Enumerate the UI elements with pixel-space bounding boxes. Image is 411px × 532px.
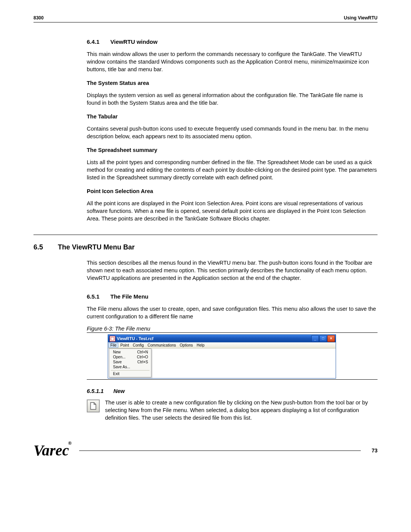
page-header: 8300 Using ViewRTU xyxy=(33,15,378,22)
menu-item-label: New xyxy=(113,350,121,354)
subheading-system-status: The System Status area xyxy=(87,80,378,86)
menu-item-shortcut: Ctrl+S xyxy=(137,360,148,364)
paragraph: All the point icons are displayed in the… xyxy=(87,200,378,222)
subheading-spreadsheet: The Spreadsheet summary xyxy=(87,147,378,153)
heading-6-5: 6.5 The ViewRTU Menu Bar xyxy=(33,243,378,251)
heading-number: 6.4.1 xyxy=(87,38,110,45)
menu-item-label: Exit xyxy=(113,372,119,376)
close-button[interactable]: × xyxy=(327,335,335,342)
maximize-button[interactable]: □ xyxy=(319,335,327,342)
menu-config[interactable]: Config xyxy=(133,343,144,347)
menu-item-save[interactable]: Save Ctrl+S xyxy=(109,359,151,364)
menu-point[interactable]: Point xyxy=(120,343,129,347)
file-dropdown: New Ctrl+N Open... Ctrl+O Save Ctrl+S xyxy=(109,348,151,377)
heading-6-4-1: 6.4.1 ViewRTU window xyxy=(87,38,378,45)
header-right: Using ViewRTU xyxy=(344,15,378,21)
heading-title: The File Menu xyxy=(110,293,148,300)
subheading-point-icon: Point Icon Selection Area xyxy=(87,188,378,194)
heading-6-5-1: 6.5.1 The File Menu xyxy=(87,293,378,300)
window-title: ViewRTU - Test.rcf xyxy=(117,336,311,341)
paragraph: Contains several push-button icons used … xyxy=(87,125,378,140)
menu-item-shortcut: Ctrl+O xyxy=(137,355,148,359)
window-titlebar: ViewRTU - Test.rcf _ □ × xyxy=(108,335,336,342)
figure-caption: Figure 6-3: The File menu xyxy=(87,326,378,333)
heading-title: ViewRTU window xyxy=(110,38,158,45)
menu-item-new[interactable]: New Ctrl+N xyxy=(109,350,151,355)
page-footer: Varec® 73 xyxy=(33,444,378,457)
minimize-button[interactable]: _ xyxy=(311,335,319,342)
menu-help[interactable]: Help xyxy=(197,343,205,347)
brand-logo: Varec® xyxy=(33,444,74,457)
menu-file[interactable]: File xyxy=(108,343,118,348)
paragraph: This main window allows the user to perf… xyxy=(87,50,378,73)
menu-item-label: Save As... xyxy=(113,365,130,369)
paragraph: The File menu allows the user to create,… xyxy=(87,305,378,320)
menu-options[interactable]: Options xyxy=(180,343,193,347)
menu-communications[interactable]: Communications xyxy=(148,343,176,347)
heading-6-5-1-1: 6.5.1.1 New xyxy=(87,388,378,394)
paragraph: Lists all the point types and correspond… xyxy=(87,158,378,181)
paragraph: The user is able to create a new configu… xyxy=(105,399,378,422)
page-number: 73 xyxy=(371,447,378,454)
window: ViewRTU - Test.rcf _ □ × File Point Conf… xyxy=(108,334,336,379)
heading-number: 6.5.1.1 xyxy=(87,388,113,394)
paragraph: This section describes all the menus fou… xyxy=(87,259,378,282)
menu-item-save-as[interactable]: Save As... xyxy=(109,364,151,369)
app-icon xyxy=(110,336,115,342)
window-menubar: File Point Config Communications Options… xyxy=(108,342,336,348)
paragraph: Displays the system version as well as g… xyxy=(87,91,378,107)
menu-item-shortcut: Ctrl+N xyxy=(137,350,148,354)
menu-item-open[interactable]: Open... Ctrl+O xyxy=(109,355,151,359)
heading-title: New xyxy=(113,388,125,394)
section-number: 6.5 xyxy=(33,243,58,251)
header-left: 8300 xyxy=(33,15,44,21)
new-file-icon xyxy=(87,399,100,412)
menu-item-label: Save xyxy=(113,360,122,364)
figure-file-menu: ViewRTU - Test.rcf _ □ × File Point Conf… xyxy=(108,334,336,379)
menu-item-label: Open... xyxy=(113,355,126,359)
heading-number: 6.5.1 xyxy=(87,293,110,300)
menu-item-exit[interactable]: Exit xyxy=(109,371,151,376)
section-title: The ViewRTU Menu Bar xyxy=(58,243,135,251)
subheading-tabular: The Tabular xyxy=(87,113,378,120)
